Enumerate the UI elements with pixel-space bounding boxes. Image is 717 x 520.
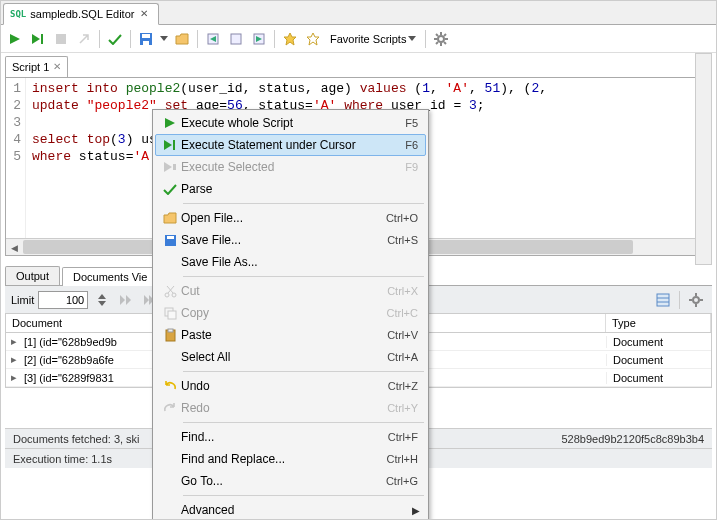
- save-dropdown[interactable]: [159, 29, 169, 49]
- menu-execute-selected: Execute SelectedF9: [155, 156, 426, 178]
- submenu-arrow-icon: ▶: [412, 505, 420, 516]
- favorite-star-button[interactable]: [303, 29, 323, 49]
- paste-icon: [159, 328, 181, 342]
- svg-line-21: [436, 34, 438, 36]
- fetch-count-label: Documents fetched: 3, ski: [13, 433, 140, 445]
- menu-find[interactable]: Find...Ctrl+F: [155, 426, 426, 448]
- limit-stepper[interactable]: [92, 290, 112, 310]
- expand-icon[interactable]: ▸: [6, 353, 22, 366]
- menu-find-replace[interactable]: Find and Replace...Ctrl+H: [155, 448, 426, 470]
- svg-marker-1: [32, 34, 40, 44]
- gear-icon[interactable]: [686, 290, 706, 310]
- tab-output[interactable]: Output: [5, 266, 60, 285]
- grid-view-icon[interactable]: [653, 290, 673, 310]
- menu-redo: RedoCtrl+Y: [155, 397, 426, 419]
- svg-line-49: [168, 286, 174, 293]
- limit-input[interactable]: [38, 291, 88, 309]
- menu-execute-statement[interactable]: Execute Statement under CursorF6: [155, 134, 426, 156]
- stop-button: [51, 29, 71, 49]
- play-step-icon: [159, 139, 181, 151]
- svg-rect-44: [173, 164, 176, 170]
- menu-save-file[interactable]: Save File...Ctrl+S: [155, 229, 426, 251]
- svg-marker-43: [164, 162, 172, 172]
- save-icon: [159, 234, 181, 247]
- limit-label: Limit: [11, 294, 34, 306]
- menu-advanced[interactable]: Advanced ▶: [155, 499, 426, 520]
- svg-line-23: [436, 42, 438, 44]
- execution-time-label: Execution time: 1.1s: [13, 453, 112, 465]
- svg-marker-7: [160, 36, 168, 41]
- svg-rect-42: [173, 140, 175, 150]
- execute-statement-button[interactable]: [28, 29, 48, 49]
- script-tabs: Script 1 ✕: [1, 53, 716, 77]
- menu-paste[interactable]: PasteCtrl+V: [155, 324, 426, 346]
- svg-rect-54: [168, 329, 173, 332]
- close-icon[interactable]: ✕: [53, 61, 61, 72]
- scissors-icon: [159, 285, 181, 298]
- favorite-scripts-label: Favorite Scripts: [330, 33, 406, 45]
- svg-marker-14: [307, 33, 319, 45]
- menu-execute-whole-script[interactable]: Execute whole ScriptF5: [155, 112, 426, 134]
- tab-documents-view[interactable]: Documents Vie: [62, 267, 158, 286]
- svg-rect-32: [657, 294, 669, 306]
- svg-marker-27: [120, 295, 125, 305]
- svg-marker-0: [10, 34, 20, 44]
- svg-line-24: [444, 34, 446, 36]
- svg-marker-25: [98, 294, 106, 299]
- svg-rect-46: [167, 236, 174, 239]
- line-gutter: 12345: [6, 78, 26, 238]
- gear-icon[interactable]: [431, 29, 451, 49]
- svg-rect-6: [143, 41, 149, 45]
- svg-rect-5: [142, 34, 150, 38]
- sql-file-icon: SQL: [10, 9, 26, 19]
- script-tab-label: Script 1: [12, 61, 49, 73]
- menu-select-all[interactable]: Select AllCtrl+A: [155, 346, 426, 368]
- file-tab-sampledb[interactable]: SQL sampledb.SQL Editor ✕: [3, 3, 159, 25]
- save-button[interactable]: [136, 29, 156, 49]
- menu-undo[interactable]: UndoCtrl+Z: [155, 375, 426, 397]
- svg-rect-52: [168, 311, 176, 319]
- script-prev-button[interactable]: [203, 29, 223, 49]
- type-cell: Document: [606, 354, 711, 366]
- open-button[interactable]: [172, 29, 192, 49]
- main-toolbar: Favorite Scripts: [1, 25, 716, 53]
- scroll-left-arrow[interactable]: ◀: [6, 239, 23, 256]
- check-icon: [159, 183, 181, 195]
- menu-parse[interactable]: Parse: [155, 178, 426, 200]
- col-type[interactable]: Type: [606, 314, 711, 332]
- fetch-next-button[interactable]: [116, 290, 136, 310]
- script-tab-1[interactable]: Script 1 ✕: [5, 56, 68, 77]
- script-new-button[interactable]: [226, 29, 246, 49]
- svg-marker-15: [408, 36, 416, 41]
- parse-button[interactable]: [105, 29, 125, 49]
- play-all-icon: [159, 117, 181, 129]
- svg-marker-28: [126, 295, 131, 305]
- expand-icon[interactable]: ▸: [6, 335, 22, 348]
- svg-point-35: [693, 297, 699, 303]
- svg-marker-40: [165, 118, 175, 128]
- svg-line-22: [444, 42, 446, 44]
- svg-point-16: [438, 36, 444, 42]
- menu-copy: CopyCtrl+C: [155, 302, 426, 324]
- close-icon[interactable]: ✕: [138, 8, 150, 19]
- file-tab-label: sampledb.SQL Editor: [30, 8, 134, 20]
- favorite-add-button[interactable]: [280, 29, 300, 49]
- svg-marker-26: [98, 301, 106, 306]
- favorite-scripts-dropdown[interactable]: Favorite Scripts: [326, 33, 420, 45]
- right-gadget-bar[interactable]: [695, 53, 712, 265]
- copy-icon: [159, 307, 181, 320]
- type-cell: Document: [606, 372, 711, 384]
- menu-save-file-as[interactable]: Save File As...: [155, 251, 426, 273]
- expand-icon[interactable]: ▸: [6, 371, 22, 384]
- execute-script-button[interactable]: [5, 29, 25, 49]
- svg-point-48: [172, 293, 176, 297]
- svg-marker-13: [284, 33, 296, 45]
- menu-open-file[interactable]: Open File...Ctrl+O: [155, 207, 426, 229]
- folder-open-icon: [159, 212, 181, 224]
- svg-point-47: [165, 293, 169, 297]
- menu-go-to[interactable]: Go To...Ctrl+G: [155, 470, 426, 492]
- editor-context-menu: Execute whole ScriptF5 Execute Statement…: [152, 109, 429, 520]
- script-next-button[interactable]: [249, 29, 269, 49]
- svg-rect-3: [56, 34, 66, 44]
- svg-marker-41: [164, 140, 172, 150]
